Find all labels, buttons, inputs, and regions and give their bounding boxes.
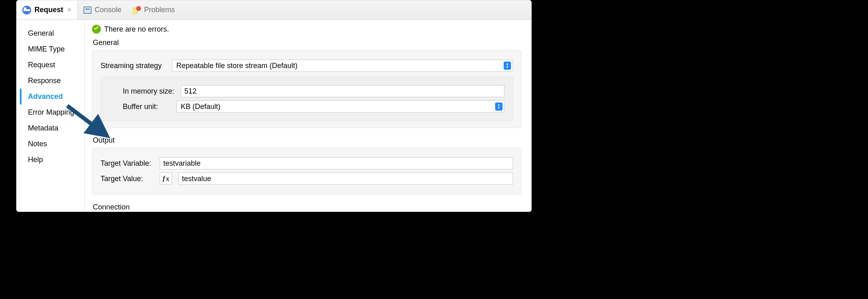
sidebar-item-errormapping[interactable]: Error Mapping [20, 105, 84, 120]
section-title-output: Output [92, 135, 522, 148]
tab-label: Console [95, 6, 122, 14]
target-value-input[interactable] [178, 173, 513, 185]
tab-problems[interactable]: Problems [127, 0, 181, 19]
sidebar-item-metadata[interactable]: Metadata [20, 120, 84, 136]
select-arrows-icon: ▲▼ [504, 62, 511, 70]
problems-icon [133, 6, 141, 14]
config-body: General MIME Type Request Response Advan… [17, 20, 531, 211]
fx-button[interactable]: ƒx [160, 173, 172, 185]
ok-icon [92, 25, 101, 34]
editor-panel: Request × Console Problems General MIME … [16, 0, 532, 212]
general-group: Streaming strategy Repeatable file store… [92, 50, 522, 128]
sidebar-item-advanced[interactable]: Advanced [20, 89, 84, 105]
target-variable-label: Target Variable: [100, 159, 153, 168]
tab-label: Problems [144, 6, 175, 14]
request-icon [22, 6, 31, 15]
tab-strip: Request × Console Problems [17, 0, 531, 20]
close-icon[interactable]: × [67, 6, 72, 14]
console-icon [83, 6, 92, 14]
sidebar-item-help[interactable]: Help [20, 152, 84, 168]
section-title-connection: Connection [92, 202, 522, 211]
status-row: There are no errors. [92, 25, 522, 34]
in-memory-size-label: In memory size: [109, 87, 174, 96]
streaming-strategy-select[interactable]: Repeatable file store stream (Default) ▲… [172, 60, 513, 72]
buffer-unit-select[interactable]: KB (Default) ▲▼ [176, 100, 505, 113]
in-memory-size-input[interactable] [181, 85, 505, 97]
properties-sidebar: General MIME Type Request Response Advan… [17, 20, 85, 211]
status-message: There are no errors. [104, 25, 169, 34]
sidebar-item-response[interactable]: Response [20, 73, 84, 89]
sidebar-item-notes[interactable]: Notes [20, 136, 84, 152]
properties-content: There are no errors. General Streaming s… [85, 20, 531, 211]
buffer-unit-label: Buffer unit: [109, 103, 170, 111]
sidebar-item-mime[interactable]: MIME Type [20, 41, 84, 57]
tab-label: Request [34, 6, 63, 14]
sidebar-item-general[interactable]: General [20, 26, 84, 41]
sidebar-item-request[interactable]: Request [20, 57, 84, 73]
target-value-label: Target Value: [100, 175, 153, 183]
select-value: KB (Default) [181, 103, 220, 111]
select-arrows-icon: ▲▼ [495, 103, 502, 111]
target-variable-input[interactable] [160, 157, 513, 169]
section-title-general: General [92, 38, 522, 50]
tab-console[interactable]: Console [78, 0, 127, 19]
streaming-strategy-label: Streaming strategy [100, 62, 165, 70]
tab-request[interactable]: Request × [17, 0, 78, 19]
streaming-subgroup: In memory size: Buffer unit: KB (Default… [100, 77, 513, 121]
output-group: Target Variable: Target Value: ƒx [92, 148, 522, 195]
select-value: Repeatable file store stream (Default) [176, 62, 297, 70]
